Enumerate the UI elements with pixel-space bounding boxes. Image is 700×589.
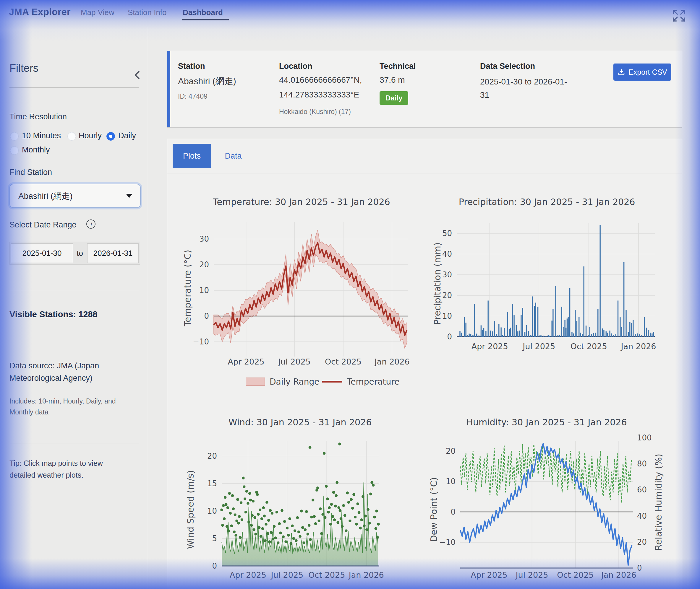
app-title: JMA Explorer: [9, 6, 71, 17]
station-select[interactable]: Abashiri (網走): [9, 184, 141, 208]
fullscreen-button[interactable]: [671, 8, 688, 24]
chevron-left-icon: [132, 77, 142, 82]
radio-10-minutes[interactable]: [10, 132, 19, 141]
data-source-text: Data source: JMA (Japan Meteorological A…: [9, 360, 128, 385]
radio-10-minutes-label[interactable]: 10 Minutes: [22, 131, 61, 140]
radio-hourly[interactable]: [67, 132, 76, 141]
info-icon[interactable]: i: [86, 219, 96, 229]
technical-label: Technical: [380, 62, 416, 71]
export-csv-label: Export CSV: [628, 68, 667, 76]
resolution-badge: Daily: [380, 91, 408, 105]
find-station-label: Find Station: [9, 168, 52, 177]
radio-daily-label[interactable]: Daily: [118, 131, 136, 140]
map-tip-text: Tip: Click map points to view detailed w…: [9, 457, 125, 481]
location-latitude: 44.0166666666667°N,: [279, 75, 362, 85]
date-range-label: Select Date Range: [9, 220, 77, 229]
nav-dashboard[interactable]: Dashboard: [183, 8, 223, 17]
data-selection-range: 2025-01-30 to 2026-01-31: [480, 75, 569, 102]
radio-monthly[interactable]: [10, 146, 19, 155]
time-resolution-label: Time Resolution: [9, 112, 67, 122]
nav-station-info[interactable]: Station Info: [128, 8, 167, 17]
date-end-input[interactable]: 2026-01-31: [87, 243, 139, 263]
sidebar-divider: [148, 27, 148, 589]
station-info-card: Station Abashiri (網走) ID: 47409 Location…: [167, 51, 682, 128]
divider: [9, 87, 139, 88]
station-select-value: Abashiri (網走): [18, 191, 73, 202]
divider: [9, 343, 139, 343]
station-label: Station: [178, 62, 205, 71]
date-start-input[interactable]: 2025-01-30: [11, 243, 73, 263]
filters-sidebar: Filters Time Resolution 10 Minutes Hourl…: [0, 27, 148, 589]
station-id: ID: 47409: [178, 92, 207, 101]
radio-daily[interactable]: [106, 132, 115, 141]
date-range-separator: to: [73, 242, 87, 264]
divider: [9, 290, 139, 291]
sidebar-collapse-button[interactable]: [132, 69, 143, 81]
card-accent-bar: [167, 51, 170, 127]
plots-panel: Plots Data: [167, 139, 682, 589]
station-name: Abashiri (網走): [178, 75, 236, 87]
radio-monthly-label[interactable]: Monthly: [22, 145, 50, 155]
chevron-down-icon: [126, 194, 132, 198]
fullscreen-expand-icon: [671, 19, 688, 24]
divider: [9, 443, 139, 443]
download-icon: [617, 68, 625, 76]
export-csv-button[interactable]: Export CSV: [613, 63, 671, 81]
tabs-divider: [167, 173, 682, 173]
radio-hourly-label[interactable]: Hourly: [79, 131, 102, 140]
filters-heading: Filters: [9, 62, 38, 74]
nav-map-view[interactable]: Map View: [81, 8, 114, 17]
location-label: Location: [279, 62, 312, 71]
data-source-note: Includes: 10-min, Hourly, Daily, and Mon…: [9, 396, 128, 418]
data-selection-label: Data Selection: [480, 62, 535, 71]
station-elevation: 37.6 m: [380, 75, 405, 85]
visible-stations-count: Visible Stations: 1288: [9, 310, 98, 319]
location-longitude: 144.278333333333°E: [279, 90, 359, 100]
tab-plots[interactable]: Plots: [173, 144, 211, 168]
location-region: Hokkaido (Kushiro) (17): [279, 108, 351, 116]
active-tab-underline: [182, 19, 229, 20]
tab-data[interactable]: Data: [217, 144, 250, 168]
date-range-row: 2025-01-30 to 2026-01-31: [9, 242, 140, 265]
